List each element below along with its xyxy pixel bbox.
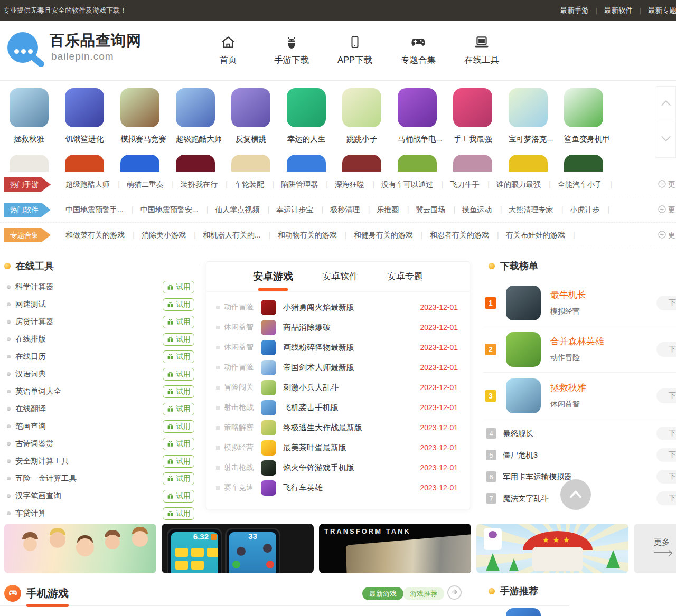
scroll-up-button[interactable] xyxy=(656,87,675,122)
hot-link[interactable]: 车轮装配 xyxy=(226,180,273,189)
app-category[interactable]: 模拟经营 xyxy=(224,443,258,452)
app-category[interactable]: 动作冒险 xyxy=(224,302,258,312)
tab-android-topics[interactable]: 安卓专题 xyxy=(387,270,423,282)
game-thumbnail[interactable] xyxy=(231,155,270,172)
try-button[interactable]: 试用 xyxy=(163,472,194,485)
app-thumbnail[interactable] xyxy=(261,320,276,335)
game-thumbnail[interactable] xyxy=(120,155,159,172)
game-title[interactable]: 合并森林英雄 xyxy=(550,335,604,347)
game-thumbnail[interactable] xyxy=(398,88,437,127)
banner-transform-tank[interactable]: TRANSFORM TANK xyxy=(319,524,471,573)
app-row[interactable]: 模拟经营最美茶叶蛋最新版2023-12-01 xyxy=(206,438,470,458)
site-logo[interactable]: 百乐品查询网 bailepin.com xyxy=(4,27,142,74)
app-title[interactable]: 飞机袭击手机版 xyxy=(283,403,339,413)
hot-link[interactable]: 和做菜有关的游戏 xyxy=(57,231,133,240)
game-thumbnail[interactable] xyxy=(176,88,215,127)
carousel-game[interactable]: 幸运的人生 xyxy=(287,88,326,144)
hot-link[interactable]: 飞刀牛手 xyxy=(442,180,488,189)
carousel-game[interactable]: 拯救秋雅 xyxy=(10,88,49,144)
top-link-latest-topics[interactable]: 最新专题 xyxy=(641,6,676,15)
banner-family-game[interactable] xyxy=(4,524,156,573)
app-row[interactable]: 休闲益智商品消除爆破2023-12-01 xyxy=(206,317,470,337)
game-thumbnail[interactable] xyxy=(176,155,215,172)
hot-link[interactable]: 和机器人有关的... xyxy=(194,231,269,240)
ranking-item[interactable]: 2 合并森林英雄 动作冒险 下载 xyxy=(483,326,676,373)
game-thumbnail[interactable] xyxy=(120,88,159,127)
game-thumbnail[interactable] xyxy=(509,88,548,127)
download-button[interactable]: 下载 xyxy=(656,448,676,462)
tab-android-games[interactable]: 安卓游戏 xyxy=(253,270,293,283)
app-title[interactable]: 飞行车英雄 xyxy=(283,483,323,493)
app-thumbnail[interactable] xyxy=(261,400,276,415)
back-to-top-button[interactable] xyxy=(560,479,591,510)
refresh-arrow-button[interactable] xyxy=(447,585,462,600)
game-thumbnail[interactable] xyxy=(453,155,492,172)
hot-link[interactable]: 中国地震预警手... xyxy=(57,205,132,215)
tool-name[interactable]: 古诗词鉴赏 xyxy=(15,439,54,449)
app-title[interactable]: 商品消除爆破 xyxy=(283,323,331,333)
tool-name[interactable]: 房贷计算器 xyxy=(15,317,54,327)
game-thumbnail[interactable] xyxy=(10,155,49,172)
download-button[interactable]: 下载 xyxy=(656,342,676,357)
app-thumbnail[interactable] xyxy=(261,480,276,496)
tool-name[interactable]: 笔画查询 xyxy=(15,421,46,431)
nav-online-tools[interactable]: 在线工具 xyxy=(450,30,513,66)
app-title[interactable]: 帝国剑术大师最新版 xyxy=(283,363,354,373)
game-title[interactable]: 僵尸危机3 xyxy=(503,450,538,460)
app-thumbnail[interactable] xyxy=(261,460,276,476)
carousel-game[interactable]: 鲨鱼变身机甲 xyxy=(564,88,603,144)
try-button[interactable]: 试用 xyxy=(163,403,194,415)
app-category[interactable]: 冒险闯关 xyxy=(224,383,258,392)
download-button[interactable]: 下载 xyxy=(656,470,676,484)
hot-link[interactable]: 仙人掌点视频 xyxy=(206,205,268,215)
hot-link[interactable]: 乐推圈 xyxy=(368,205,407,215)
hot-link[interactable]: 超级跑酷大师 xyxy=(57,180,118,189)
try-button[interactable]: 试用 xyxy=(163,385,194,398)
game-thumbnail[interactable] xyxy=(287,88,326,127)
hot-link[interactable]: 摸鱼运动 xyxy=(454,205,500,215)
recommended-games-pill[interactable]: 游戏推荐 xyxy=(403,587,444,600)
game-title[interactable]: 暴怒舰长 xyxy=(503,429,533,439)
hot-link[interactable]: 消除类小游戏 xyxy=(133,231,194,240)
try-button[interactable]: 试用 xyxy=(163,438,194,450)
tool-name[interactable]: 在线翻译 xyxy=(15,404,46,414)
tool-name[interactable]: 科学计算器 xyxy=(15,282,54,292)
hot-link[interactable]: 萌猫二重奏 xyxy=(118,180,172,189)
try-button[interactable]: 试用 xyxy=(163,507,194,520)
game-thumbnail[interactable] xyxy=(506,286,541,320)
game-thumbnail[interactable] xyxy=(398,155,437,172)
more-link[interactable]: 更多 xyxy=(658,180,676,189)
tab-android-software[interactable]: 安卓软件 xyxy=(322,270,358,282)
tool-name[interactable]: 在线排版 xyxy=(15,334,46,344)
app-category[interactable]: 策略解密 xyxy=(224,423,258,432)
game-thumbnail[interactable] xyxy=(506,608,541,616)
app-thumbnail[interactable] xyxy=(261,340,276,355)
try-button[interactable]: 试用 xyxy=(163,281,194,293)
try-button[interactable]: 试用 xyxy=(163,316,194,328)
app-thumbnail[interactable] xyxy=(261,380,276,395)
game-thumbnail[interactable] xyxy=(10,88,49,127)
tool-name[interactable]: 汉语词典 xyxy=(15,369,46,379)
game-thumbnail[interactable] xyxy=(453,88,492,127)
hot-link[interactable]: 和动物有关的游戏 xyxy=(269,231,345,240)
ranking-item[interactable]: 1 最牛机长 模拟经营 下载 xyxy=(483,280,676,326)
app-category[interactable]: 动作冒险 xyxy=(224,363,258,372)
app-row[interactable]: 策略解密终极逃生大作战最新版2023-12-01 xyxy=(206,418,470,438)
top-link-latest-games[interactable]: 最新手游 xyxy=(553,6,596,15)
game-thumbnail[interactable] xyxy=(231,88,270,127)
hot-link[interactable]: 没有车可以通过 xyxy=(373,180,442,189)
nav-mobile-games[interactable]: 手游下载 xyxy=(260,30,323,66)
hot-link[interactable]: 大熊清理专家 xyxy=(500,205,561,215)
game-thumbnail[interactable] xyxy=(287,155,326,172)
try-button[interactable]: 试用 xyxy=(163,455,194,468)
top-link-latest-software[interactable]: 最新软件 xyxy=(597,6,640,15)
game-thumbnail[interactable] xyxy=(65,155,104,172)
carousel-game[interactable]: 模拟赛马竞赛 xyxy=(120,88,159,144)
app-thumbnail[interactable] xyxy=(261,360,276,375)
hot-link[interactable]: 全能汽车小子 xyxy=(549,180,611,189)
hot-link[interactable]: 陷阱管理器 xyxy=(273,180,326,189)
try-button[interactable]: 试用 xyxy=(163,298,194,311)
game-title[interactable]: 拯救秋雅 xyxy=(550,382,586,394)
app-category[interactable]: 射击枪战 xyxy=(224,463,258,472)
hot-link[interactable]: 冀云围场 xyxy=(407,205,454,215)
